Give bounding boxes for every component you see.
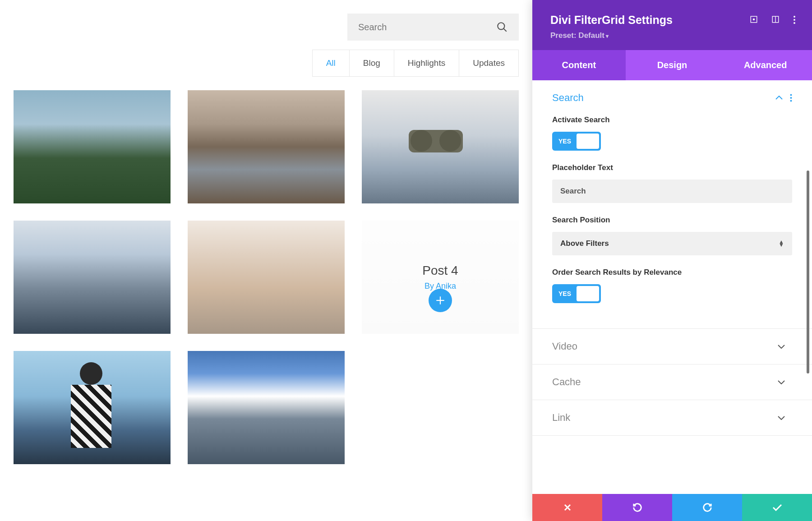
section-header-cache[interactable]: Cache	[532, 364, 812, 400]
filter-tab-blog[interactable]: Blog	[350, 50, 394, 76]
preset-dropdown[interactable]: Preset: Default	[550, 31, 794, 40]
toggle-order-relevance[interactable]: YES	[552, 284, 601, 303]
filter-tabs: All Blog Highlights Updates	[312, 50, 519, 77]
toggle-activate-search[interactable]: YES	[552, 132, 601, 151]
redo-button[interactable]	[672, 494, 742, 521]
filter-tabs-wrap: All Blog Highlights Updates	[14, 50, 519, 77]
search-icon	[496, 21, 508, 33]
chevron-down-icon	[778, 380, 785, 384]
svg-point-11	[790, 94, 792, 96]
field-activate-search: Activate Search YES	[552, 115, 792, 151]
undo-button[interactable]	[602, 494, 672, 521]
grid-item[interactable]	[14, 351, 171, 464]
field-label: Activate Search	[552, 115, 792, 124]
section-header-video[interactable]: Video	[532, 329, 812, 364]
person-icon	[69, 362, 114, 461]
panel-header-actions	[750, 15, 796, 24]
section-title: Link	[552, 412, 778, 424]
section-title: Cache	[552, 376, 778, 388]
svg-line-1	[503, 28, 507, 32]
tab-design[interactable]: Design	[626, 50, 719, 80]
section-title: Video	[552, 341, 778, 352]
toggle-label: YES	[554, 290, 576, 297]
field-order-relevance: Order Search Results by Relevance YES	[552, 268, 792, 303]
search-bar-wrap	[14, 14, 519, 41]
section-title: Search	[552, 92, 775, 104]
section-cache: Cache	[532, 364, 812, 400]
sort-icon: ▲▼	[779, 240, 784, 247]
field-search-position: Search Position Above Filters ▲▼	[552, 216, 792, 255]
undo-icon	[632, 503, 642, 512]
settings-panel: Divi FilterGrid Settings Preset: Default…	[532, 0, 812, 521]
svg-point-10	[794, 22, 795, 24]
kebab-menu-icon[interactable]	[790, 94, 792, 102]
chevron-down-icon	[778, 415, 785, 420]
chevron-up-icon	[775, 96, 783, 100]
content-preview: All Blog Highlights Updates Post 4 By An…	[0, 0, 532, 464]
field-label: Placeholder Text	[552, 163, 792, 172]
thumbnail-image	[14, 221, 171, 334]
scrollbar-thumb[interactable]	[807, 171, 809, 373]
toggle-label: YES	[554, 138, 576, 145]
thumbnail-image	[188, 221, 345, 334]
section-video: Video	[532, 329, 812, 364]
chevron-down-icon	[778, 344, 785, 349]
grid-item[interactable]	[188, 351, 345, 464]
thumbnail-image	[14, 90, 171, 203]
post-title: Post 4	[422, 263, 458, 278]
thumbnail-image	[362, 90, 519, 203]
svg-point-0	[498, 23, 504, 29]
field-placeholder-text: Placeholder Text	[552, 163, 792, 203]
hover-overlay: Post 4 By Anika	[362, 221, 519, 334]
placeholder-input[interactable]	[552, 180, 792, 203]
section-header-link[interactable]: Link	[532, 400, 812, 435]
panel-header: Divi FilterGrid Settings Preset: Default	[532, 0, 812, 50]
thumbnail-image	[14, 351, 171, 464]
tab-advanced[interactable]: Advanced	[719, 50, 812, 80]
svg-point-13	[790, 100, 792, 102]
columns-icon[interactable]	[771, 15, 780, 24]
toggle-knob	[577, 134, 599, 149]
panel-footer	[532, 494, 812, 521]
section-header-search[interactable]: Search	[532, 80, 812, 115]
section-search: Search Activate Search YES Placeholder T…	[532, 80, 812, 329]
toggle-knob	[577, 286, 599, 301]
grid-item[interactable]	[362, 90, 519, 203]
plus-button[interactable]	[429, 289, 452, 312]
svg-point-9	[794, 19, 795, 21]
grid-item[interactable]	[188, 90, 345, 203]
redo-icon	[702, 503, 712, 512]
expand-icon[interactable]	[750, 15, 758, 24]
check-icon	[772, 504, 782, 511]
kebab-menu-icon[interactable]	[793, 15, 796, 24]
panel-tabs: Content Design Advanced	[532, 50, 812, 80]
save-button[interactable]	[742, 494, 812, 521]
filter-tab-all[interactable]: All	[313, 50, 350, 76]
section-link: Link	[532, 400, 812, 436]
grid-item[interactable]	[188, 221, 345, 334]
search-input[interactable]	[358, 22, 496, 32]
binoculars-icon	[409, 130, 463, 152]
thumbnail-image	[188, 351, 345, 464]
filter-tab-updates[interactable]: Updates	[459, 50, 518, 76]
close-icon	[563, 503, 572, 512]
svg-point-8	[794, 16, 795, 18]
filter-tab-highlights[interactable]: Highlights	[394, 50, 459, 76]
grid-item[interactable]	[14, 90, 171, 203]
field-label: Order Search Results by Relevance	[552, 268, 792, 277]
cancel-button[interactable]	[532, 494, 602, 521]
grid-item[interactable]	[14, 221, 171, 334]
field-label: Search Position	[552, 216, 792, 225]
tab-content[interactable]: Content	[532, 50, 626, 80]
search-position-select[interactable]: Above Filters ▲▼	[552, 232, 792, 255]
grid-item-hover[interactable]: Post 4 By Anika	[362, 221, 519, 334]
search-box[interactable]	[347, 14, 519, 41]
section-body: Activate Search YES Placeholder Text Sea…	[532, 115, 812, 328]
svg-point-12	[790, 97, 792, 99]
svg-point-5	[753, 19, 755, 20]
thumbnail-image	[188, 90, 345, 203]
panel-body[interactable]: Search Activate Search YES Placeholder T…	[532, 80, 812, 494]
image-grid: Post 4 By Anika	[14, 90, 519, 464]
select-value: Above Filters	[560, 239, 609, 248]
